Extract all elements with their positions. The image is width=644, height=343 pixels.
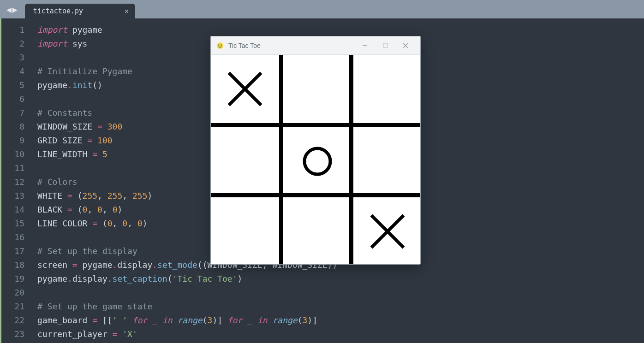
tab-prev-icon[interactable]: ◀	[6, 5, 12, 14]
code-line: game_board = [[' ' for _ in range(3)] fo…	[37, 313, 644, 327]
line-number: 19	[1, 272, 24, 286]
code-line: pygame.display.set_caption('Tic Tac Toe'…	[37, 272, 644, 286]
code-line: import pygame	[37, 23, 644, 37]
board-cell[interactable]	[353, 197, 422, 266]
board-cell[interactable]	[211, 127, 279, 195]
svg-point-0	[217, 42, 223, 49]
line-number: 10	[1, 148, 24, 161]
code-line	[37, 286, 644, 300]
line-number: 15	[1, 217, 24, 231]
mark-x-icon	[367, 211, 408, 252]
line-number: 22	[1, 313, 24, 327]
line-number-gutter: 1234567891011121314151617181920212223	[1, 18, 29, 343]
line-number: 5	[1, 78, 24, 92]
board-cell[interactable]	[353, 55, 422, 123]
grid-line	[211, 123, 420, 127]
line-number: 21	[1, 300, 24, 313]
board-cell[interactable]	[283, 127, 352, 195]
window-maximize-button[interactable]	[375, 36, 395, 55]
line-number: 8	[1, 120, 24, 134]
line-number: 13	[1, 189, 24, 203]
pygame-window: Tic Tac Toe	[210, 36, 421, 265]
board-cell[interactable]	[353, 127, 422, 195]
board-cell[interactable]	[211, 197, 279, 266]
line-number: 20	[1, 286, 24, 300]
mark-x-icon	[224, 68, 266, 110]
line-number: 7	[1, 106, 24, 120]
tab-nav-arrows: ◀ ▶	[4, 0, 20, 18]
window-titlebar[interactable]: Tic Tac Toe	[211, 36, 420, 55]
line-number: 16	[1, 231, 24, 244]
board-cell[interactable]	[283, 197, 352, 266]
svg-point-2	[221, 44, 221, 45]
editor-tab[interactable]: tictactoe.py ✕	[25, 4, 135, 18]
line-number: 17	[1, 244, 24, 258]
line-number: 18	[1, 258, 24, 272]
tictactoe-board	[211, 55, 420, 264]
grid-line	[279, 55, 283, 264]
code-line: # Set up the game state	[37, 300, 644, 313]
board-cell[interactable]	[211, 55, 279, 123]
svg-point-9	[304, 148, 330, 174]
line-number: 3	[1, 51, 24, 65]
line-number: 6	[1, 92, 24, 106]
line-number: 4	[1, 65, 24, 78]
line-number: 2	[1, 37, 24, 51]
board-cell[interactable]	[283, 55, 352, 123]
line-number: 9	[1, 134, 24, 148]
window-minimize-button[interactable]	[355, 36, 375, 55]
line-number: 23	[1, 327, 24, 341]
tab-next-icon[interactable]: ▶	[12, 5, 18, 14]
line-number: 1	[1, 23, 24, 37]
line-number: 11	[1, 161, 24, 175]
pygame-icon	[215, 41, 225, 50]
window-close-button[interactable]	[395, 36, 416, 55]
window-title: Tic Tac Toe	[228, 42, 261, 49]
line-number: 14	[1, 203, 24, 217]
svg-rect-4	[383, 43, 388, 47]
svg-point-1	[218, 44, 219, 45]
tab-close-icon[interactable]: ✕	[125, 7, 129, 15]
code-line: current_player = 'X'	[37, 327, 644, 341]
line-number: 12	[1, 175, 24, 189]
tab-filename: tictactoe.py	[33, 7, 83, 15]
mark-o-icon	[299, 143, 336, 180]
editor-tabbar: ◀ ▶ tictactoe.py ✕	[0, 0, 644, 18]
